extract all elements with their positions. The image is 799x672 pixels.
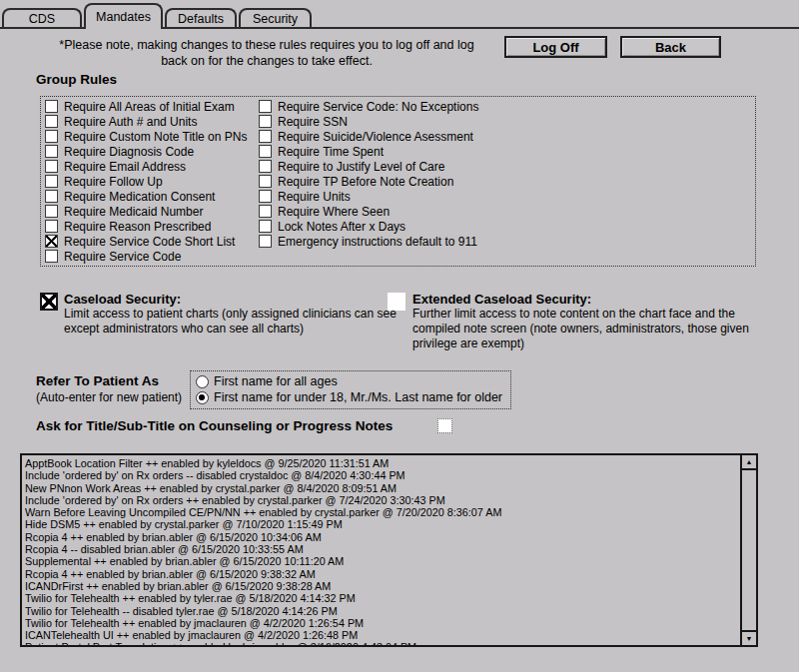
- group-rule-label: Require Service Code: [64, 250, 181, 264]
- log-entry[interactable]: ICANTelehealth UI ++ enabled by jmaclaur…: [25, 629, 740, 641]
- caseload-security-description: Limit access to patient charts (only ass…: [64, 307, 397, 336]
- group-rule-checkbox[interactable]: [45, 100, 58, 113]
- group-rule-row: Lock Notes After x Days: [259, 219, 478, 234]
- group-rule-checkbox[interactable]: [259, 175, 272, 188]
- refer-option-radio[interactable]: [196, 391, 209, 404]
- group-rule-checkbox[interactable]: [45, 160, 58, 173]
- group-rule-row: Require Email Address: [45, 159, 247, 174]
- refer-option-label: First name for under 18, Mr./Ms. Last na…: [214, 390, 502, 404]
- log-entry[interactable]: New PNnon Work Areas ++ enabled by cryst…: [25, 482, 740, 494]
- refer-option-radio[interactable]: [196, 375, 209, 388]
- group-rule-checkbox[interactable]: [45, 235, 58, 248]
- group-rule-label: Require Email Address: [64, 160, 186, 174]
- group-rule-checkbox[interactable]: [259, 235, 272, 248]
- group-rule-label: Require Follow Up: [64, 175, 163, 189]
- group-rule-label: Require Time Spent: [278, 145, 384, 159]
- group-rule-checkbox[interactable]: [259, 220, 272, 233]
- group-rule-row: Emergency instructions default to 911: [259, 234, 478, 249]
- group-rule-row: Require Diagnosis Code: [45, 144, 247, 159]
- extended-caseload-security-description: Further limit access to note content on …: [412, 307, 766, 351]
- tab-security[interactable]: Security: [239, 8, 312, 27]
- group-rule-label: Require Custom Note Title on PNs: [64, 130, 247, 144]
- group-rule-row: Require to Justify Level of Care: [259, 159, 478, 174]
- group-rule-checkbox[interactable]: [45, 115, 58, 128]
- log-entry[interactable]: ApptBook Location Filter ++ enabled by k…: [25, 457, 740, 469]
- group-rule-checkbox[interactable]: [45, 190, 58, 203]
- refer-to-patient-title: Refer To Patient As: [36, 373, 159, 388]
- group-rule-row: Require Where Seen: [259, 204, 478, 219]
- group-rule-checkbox[interactable]: [45, 130, 58, 143]
- group-rule-checkbox[interactable]: [45, 220, 58, 233]
- group-rule-row: Require Custom Note Title on PNs: [45, 129, 247, 144]
- group-rule-row: Require Medication Consent: [45, 189, 247, 204]
- group-rule-label: Emergency instructions default to 911: [278, 235, 477, 249]
- caseload-security-checkbox[interactable]: [40, 293, 58, 311]
- group-rule-label: Require Medicaid Number: [64, 205, 203, 219]
- group-rule-row: Require All Areas of Initial Exam: [45, 99, 247, 114]
- back-button[interactable]: Back: [620, 36, 721, 58]
- log-entry[interactable]: Twilio for Telehealth ++ enabled by tyle…: [25, 592, 740, 604]
- log-off-button[interactable]: Log Off: [504, 36, 607, 58]
- vertical-scrollbar[interactable]: ▲ ▼: [740, 455, 756, 645]
- group-rule-row: Require Suicide/Violence Asessment: [259, 129, 478, 144]
- group-rule-label: Require Reason Prescribed: [64, 220, 211, 234]
- tab-defaults[interactable]: Defaults: [165, 8, 237, 27]
- group-rule-label: Require All Areas of Initial Exam: [64, 100, 235, 114]
- group-rules-title: Group Rules: [36, 72, 117, 87]
- audit-log-listbox: ApptBook Location Filter ++ enabled by k…: [20, 453, 758, 647]
- log-entry[interactable]: Warn Before Leaving Uncompiled CE/PN/NN …: [25, 506, 740, 518]
- group-rule-row: Require Reason Prescribed: [45, 219, 247, 234]
- group-rules-right-column: Require Service Code: No ExceptionsRequi…: [259, 99, 478, 249]
- log-entry[interactable]: Supplemental ++ enabled by brian.abler @…: [25, 555, 740, 567]
- extended-caseload-security-checkbox[interactable]: [388, 293, 405, 311]
- log-entry[interactable]: Rcopia 4 -- disabled brian.abler @ 6/15/…: [25, 543, 740, 555]
- tab-cds[interactable]: CDS: [2, 8, 82, 27]
- group-rule-row: Require TP Before Note Creation: [259, 174, 478, 189]
- log-entry[interactable]: Include 'ordered by' on Rx orders ++ ena…: [25, 494, 740, 506]
- group-rule-checkbox[interactable]: [259, 115, 272, 128]
- group-rule-label: Require Medication Consent: [64, 190, 215, 204]
- group-rule-checkbox[interactable]: [259, 190, 272, 203]
- group-rule-label: Require Service Code Short List: [64, 235, 235, 249]
- log-entry[interactable]: Rcopia 4 ++ enabled by brian.abler @ 6/1…: [25, 531, 740, 543]
- group-rule-checkbox[interactable]: [45, 250, 58, 263]
- group-rule-checkbox[interactable]: [45, 145, 58, 158]
- group-rule-row: Require Units: [259, 189, 478, 204]
- group-rule-checkbox[interactable]: [259, 145, 272, 158]
- group-rule-checkbox[interactable]: [259, 160, 272, 173]
- caseload-security-title: Caseload Security:: [64, 292, 181, 307]
- scrollbar-track[interactable]: [742, 468, 756, 632]
- logoff-note: *Please note, making changes to these ru…: [28, 37, 505, 69]
- group-rule-checkbox[interactable]: [259, 130, 272, 143]
- extended-caseload-security-title: Extended Caseload Security:: [412, 292, 591, 307]
- group-rules-left-column: Require All Areas of Initial ExamRequire…: [45, 99, 247, 264]
- group-rule-checkbox[interactable]: [45, 175, 58, 188]
- group-rule-row: Require Follow Up: [45, 174, 247, 189]
- refer-option-row: First name for all ages: [196, 373, 510, 389]
- log-entry[interactable]: Rcopia 4 ++ enabled by brian.abler @ 6/1…: [25, 568, 740, 580]
- log-entry[interactable]: Include 'ordered by' on Rx orders -- dis…: [25, 469, 740, 481]
- group-rule-row: Require Service Code: No Exceptions: [259, 99, 478, 114]
- log-entry[interactable]: Twilio for Telehealth -- disabled tyler.…: [25, 605, 740, 617]
- group-rule-label: Require Diagnosis Code: [64, 145, 194, 159]
- log-entry[interactable]: Hide DSM5 ++ enabled by crystal.parker @…: [25, 518, 740, 530]
- log-entry[interactable]: Patient Portal Part Translation ++ enabl…: [25, 641, 740, 645]
- group-rules-box: Require All Areas of Initial ExamRequire…: [40, 96, 756, 267]
- ask-title-subtitle-checkbox[interactable]: [437, 418, 452, 433]
- group-rule-checkbox[interactable]: [45, 205, 58, 218]
- group-rule-checkbox[interactable]: [259, 100, 272, 113]
- group-rule-label: Lock Notes After x Days: [278, 220, 405, 234]
- group-rule-label: Require Suicide/Violence Asessment: [278, 130, 473, 144]
- group-rule-row: Require Service Code Short List: [45, 234, 247, 249]
- group-rule-checkbox[interactable]: [259, 205, 272, 218]
- group-rule-label: Require Service Code: No Exceptions: [278, 100, 478, 114]
- scroll-down-button[interactable]: ▼: [742, 630, 756, 645]
- tab-mandates[interactable]: Mandates: [84, 3, 163, 29]
- refer-option-row: First name for under 18, Mr./Ms. Last na…: [196, 389, 510, 405]
- refer-to-patient-options-box: First name for all agesFirst name for un…: [190, 370, 511, 409]
- log-entry[interactable]: Twilio for Telehealth ++ enabled by jmac…: [25, 617, 740, 629]
- log-entry[interactable]: ICANDrFirst ++ enabled by brian.abler @ …: [25, 580, 740, 592]
- group-rule-label: Require SSN: [278, 115, 348, 129]
- group-rule-label: Require TP Before Note Creation: [278, 175, 453, 189]
- group-rule-label: Require to Justify Level of Care: [278, 160, 444, 174]
